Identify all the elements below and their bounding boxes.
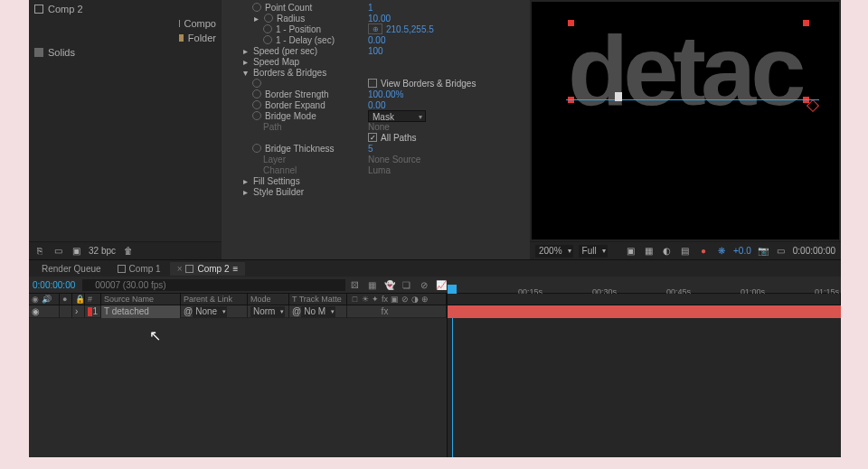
- trash-icon[interactable]: 🗑: [123, 246, 134, 257]
- effect-property-row[interactable]: View Borders & Bridges: [232, 78, 523, 89]
- project-item[interactable]: Solids: [34, 45, 216, 60]
- twirl-icon[interactable]: ▸: [252, 14, 260, 23]
- effect-property-row[interactable]: LayerNone Source: [232, 154, 523, 164]
- column-mode[interactable]: Mode: [248, 294, 289, 305]
- video-toggle-icon[interactable]: ◉: [32, 306, 40, 316]
- shy-icon[interactable]: 👻: [383, 279, 395, 291]
- switch-icon[interactable]: fx: [380, 295, 390, 304]
- composition-viewer[interactable]: detac: [532, 2, 839, 239]
- effect-property-row[interactable]: ▸Speed Map: [232, 56, 523, 67]
- interpret-footage-icon[interactable]: ⎘: [34, 246, 45, 257]
- draft-3d-icon[interactable]: ▦: [366, 279, 378, 291]
- effect-property-row[interactable]: 1 - Delay (sec)0.00: [232, 34, 523, 45]
- twirl-icon[interactable]: ›: [75, 306, 78, 316]
- effect-property-row[interactable]: Border Expand0.00: [232, 99, 523, 110]
- property-value[interactable]: 210.5,255.5: [386, 24, 434, 34]
- effect-property-row[interactable]: 1 - Position⊕210.5,255.5: [232, 23, 523, 34]
- frame-blend-icon[interactable]: ❏: [401, 279, 412, 291]
- graph-editor-icon[interactable]: 📈: [435, 279, 447, 291]
- transparency-grid-icon[interactable]: ▦: [643, 245, 656, 258]
- property-value[interactable]: 5: [368, 144, 373, 154]
- column-parent[interactable]: Parent & Link: [181, 294, 248, 305]
- switch-icon[interactable]: ⊕: [420, 295, 429, 304]
- switch-icon[interactable]: ⊘: [400, 295, 410, 304]
- layer-handle[interactable]: [568, 20, 574, 26]
- timeline-tracks[interactable]: [447, 305, 841, 457]
- twirl-icon[interactable]: ▸: [241, 46, 250, 56]
- show-snapshot-icon[interactable]: ▭: [775, 245, 788, 258]
- new-comp-icon[interactable]: ▣: [71, 246, 81, 257]
- twirl-icon[interactable]: ▾: [241, 68, 250, 78]
- resolution-dropdown[interactable]: Full: [579, 245, 608, 258]
- twirl-icon[interactable]: ▸: [241, 176, 250, 186]
- stopwatch-icon[interactable]: [263, 35, 272, 44]
- audio-column-icon[interactable]: 🔊: [42, 295, 52, 304]
- layer-row[interactable]: ◉ › 1 T detached @ None Norm @ No M: [29, 305, 447, 318]
- effect-property-row[interactable]: ▸Fill Settings: [232, 175, 523, 186]
- layer-switch-fx[interactable]: fx: [380, 306, 390, 316]
- new-folder-icon[interactable]: ▭: [52, 246, 63, 257]
- motion-blur-icon[interactable]: ⊘: [418, 279, 429, 291]
- timeline-search[interactable]: [82, 279, 345, 291]
- effect-property-row[interactable]: ▾Borders & Bridges: [232, 67, 523, 78]
- solo-column-icon[interactable]: ●: [62, 295, 67, 304]
- panel-menu-icon[interactable]: ≡: [232, 264, 238, 274]
- parent-dropdown[interactable]: None: [193, 306, 227, 317]
- region-of-interest-icon[interactable]: ▣: [625, 245, 637, 258]
- project-item[interactable]: Folder: [34, 31, 216, 45]
- stopwatch-icon[interactable]: [264, 14, 273, 23]
- layer-name[interactable]: detached: [112, 306, 149, 316]
- project-item[interactable]: Compo: [34, 16, 216, 31]
- stopwatch-icon[interactable]: [252, 3, 261, 12]
- effect-property-row[interactable]: ▸Radius10.00: [232, 13, 523, 23]
- effect-property-row[interactable]: Point Count1: [232, 2, 523, 13]
- property-value[interactable]: 100: [368, 46, 383, 56]
- timeline-search-input[interactable]: [82, 279, 345, 291]
- checkbox[interactable]: ✓: [368, 133, 377, 142]
- snapshot-icon[interactable]: 📷: [757, 245, 769, 258]
- property-value[interactable]: 100.00%: [368, 89, 403, 99]
- lock-column-icon[interactable]: 🔒: [75, 295, 85, 304]
- property-value[interactable]: 0.00: [368, 35, 385, 45]
- exposure-value[interactable]: +0.0: [733, 246, 751, 256]
- color-management-icon[interactable]: ❋: [715, 245, 728, 258]
- channel-icon[interactable]: ●: [697, 245, 710, 258]
- current-time-indicator[interactable]: [448, 285, 457, 294]
- tab-render-queue[interactable]: Render Queue: [34, 262, 108, 276]
- tab-comp-2[interactable]: × Comp 2 ≡: [170, 262, 246, 276]
- effect-property-row[interactable]: ▸Style Builder: [232, 186, 523, 197]
- project-item[interactable]: Comp 2: [34, 2, 216, 16]
- stopwatch-icon[interactable]: [252, 111, 261, 120]
- effect-property-row[interactable]: Bridge ModeMask: [232, 110, 523, 121]
- blend-mode-dropdown[interactable]: Norm: [250, 306, 285, 317]
- property-value[interactable]: 1: [368, 3, 373, 13]
- effect-property-row[interactable]: Border Strength100.00%: [232, 89, 523, 99]
- close-icon[interactable]: ×: [177, 264, 183, 274]
- stopwatch-icon[interactable]: [263, 24, 272, 33]
- zoom-dropdown[interactable]: 200%: [535, 245, 573, 258]
- pickwhip-icon[interactable]: @: [184, 306, 193, 316]
- checkbox[interactable]: [368, 79, 377, 88]
- effect-property-row[interactable]: PathNone: [232, 121, 523, 132]
- twirl-icon[interactable]: ▸: [241, 57, 250, 67]
- switch-icon[interactable]: ◑: [410, 295, 420, 304]
- mask-visibility-icon[interactable]: ◐: [661, 245, 674, 258]
- stopwatch-icon[interactable]: [252, 79, 261, 88]
- bpc-toggle[interactable]: 32 bpc: [89, 246, 116, 256]
- current-time-display[interactable]: 0:00:00:00: [29, 280, 79, 290]
- comp-flowchart-icon[interactable]: ⚄: [349, 279, 361, 291]
- cti-line[interactable]: [452, 305, 453, 457]
- guides-icon[interactable]: ▤: [679, 245, 692, 258]
- column-source-name[interactable]: Source Name: [101, 294, 181, 305]
- stopwatch-icon[interactable]: [252, 100, 261, 109]
- switch-icon[interactable]: ▣: [390, 295, 400, 304]
- switch-icon[interactable]: ✦: [370, 295, 380, 304]
- column-track-matte[interactable]: T Track Matte: [289, 294, 347, 305]
- stopwatch-icon[interactable]: [252, 144, 261, 153]
- stopwatch-icon[interactable]: [252, 89, 261, 98]
- switch-icon[interactable]: ☀: [360, 295, 370, 304]
- position-link-icon[interactable]: ⊕: [368, 23, 382, 34]
- track-matte-dropdown[interactable]: No M: [301, 306, 335, 317]
- effect-property-row[interactable]: ▸Speed (per sec)100: [232, 45, 523, 56]
- layer-duration-bar[interactable]: [448, 305, 841, 318]
